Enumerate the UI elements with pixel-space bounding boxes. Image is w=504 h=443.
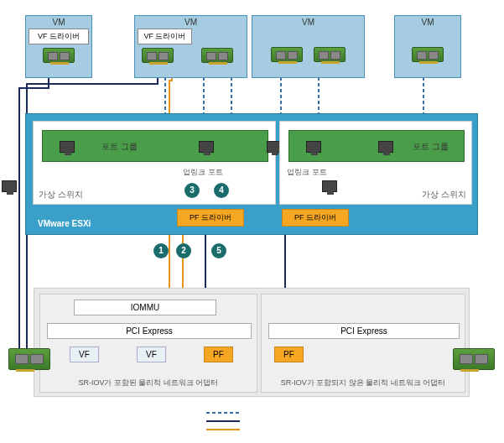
uplink-rj45-icon — [322, 180, 337, 192]
virtual-switch-2: 포트 그룹 업링크 포트 가상 스위치 — [279, 121, 472, 205]
step-circle-5: 5 — [211, 243, 226, 258]
esxi-label: VMware ESXi — [31, 216, 97, 231]
pf-driver-box-2: PF 드라이버 — [282, 209, 349, 227]
uplink-port-label: 업링크 포트 — [287, 167, 327, 178]
vf-box-2: VF — [137, 347, 166, 362]
legend — [206, 409, 240, 436]
physical-adapter-sriov: IOMMU PCI Express VF VF PF SR-IOV가 포함된 물… — [39, 294, 257, 393]
physical-layer: IOMMU PCI Express VF VF PF SR-IOV가 포함된 물… — [34, 288, 470, 397]
nic-icon — [43, 48, 75, 63]
rj45-port-icon — [306, 141, 321, 153]
pcie-box: PCI Express — [268, 323, 460, 339]
vm-box-4: VM — [394, 15, 461, 78]
nic-icon — [201, 48, 233, 63]
nic-icon — [412, 47, 444, 62]
step-circle-4: 4 — [214, 183, 229, 198]
rj45-port-icon — [199, 141, 214, 153]
nic-big-left — [8, 348, 50, 372]
virtual-switch-1: 포트 그룹 업링크 포트 가상 스위치 — [33, 121, 276, 205]
vf-box-1: VF — [70, 347, 99, 362]
pcie-box: PCI Express — [47, 323, 252, 339]
vm-label: VM — [395, 16, 460, 29]
vm-box-1: VM VF 드라이버 — [25, 15, 92, 78]
pf-box-1: PF — [204, 347, 233, 362]
rj45-port-icon — [60, 141, 75, 153]
vm-label: VM — [135, 16, 247, 29]
uplink-port-label: 업링크 포트 — [183, 167, 223, 178]
physical-adapter-nosriov: PCI Express PF SR-IOV가 포함되지 않은 물리적 네트워크 … — [261, 294, 465, 393]
vf-driver-box: VF 드라이버 — [138, 29, 192, 44]
vm-label: VM — [252, 16, 364, 29]
uplink-rj45-icon — [2, 180, 17, 192]
vswitch-label: 가상 스위치 — [422, 189, 466, 201]
vm-label: VM — [26, 16, 91, 29]
vswitch-label: 가상 스위치 — [39, 189, 83, 201]
pf-driver-box-1: PF 드라이버 — [177, 209, 244, 227]
port-group-label: 포트 그룹 — [101, 141, 138, 153]
nic-icon — [314, 47, 346, 62]
vm-box-2: VM VF 드라이버 — [134, 15, 247, 78]
nic-big-right — [453, 348, 495, 372]
iommu-box: IOMMU — [74, 300, 216, 315]
port-group-2: 포트 그룹 — [288, 130, 465, 162]
nic-icon — [271, 47, 303, 62]
phys-nosriov-label: SR-IOV가 포함되지 않은 물리적 네트워크 어댑터 — [262, 376, 465, 390]
port-group-label: 포트 그룹 — [413, 141, 449, 153]
rj45-port-icon — [378, 141, 393, 153]
step-circle-1: 1 — [153, 243, 169, 258]
pf-box-2: PF — [274, 347, 304, 362]
esxi-host: VMware ESXi 포트 그룹 업링크 포트 가상 스위치 포트 그룹 업링… — [25, 113, 478, 235]
step-circle-3: 3 — [184, 183, 200, 198]
phys-sriov-label: SR-IOV가 포함된 물리적 네트워크 어댑터 — [40, 376, 257, 390]
diagram-canvas: VM VF 드라이버 VM VF 드라이버 VM VM VMware ESXi … — [0, 0, 504, 443]
nic-icon — [142, 48, 174, 63]
step-circle-2: 2 — [176, 243, 191, 258]
vm-box-3: VM — [252, 15, 365, 78]
vf-driver-box: VF 드라이버 — [29, 29, 89, 44]
port-group-1: 포트 그룹 — [42, 130, 268, 162]
